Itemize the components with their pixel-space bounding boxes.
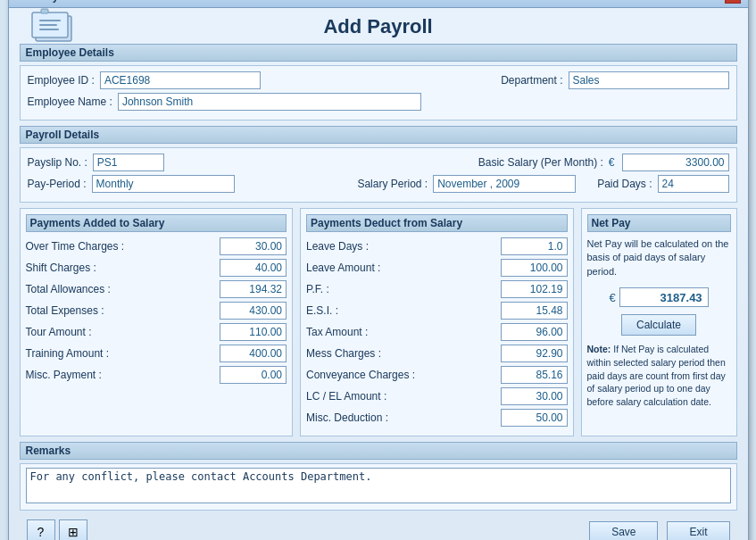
misc-deduction-input[interactable] — [501, 409, 568, 427]
net-pay-input[interactable] — [619, 287, 709, 307]
leave-days-label: Leave Days : — [306, 240, 501, 253]
employee-id-label: Employee ID : — [28, 74, 95, 87]
expenses-input[interactable] — [220, 302, 287, 320]
svg-rect-3 — [39, 24, 57, 26]
payments-deduct-header: Payments Deduct from Salary — [306, 214, 568, 232]
pay-row-leave-amount: Leave Amount : — [306, 259, 568, 277]
net-pay-note: Note: If Net Pay is calculated within se… — [587, 343, 731, 408]
department-label: Department : — [501, 74, 562, 87]
pay-row-conveyance: Conveyance Charges : — [306, 366, 568, 384]
payments-section: Payments Added to Salary Over Time Charg… — [20, 208, 737, 436]
pay-row-leave-days: Leave Days : — [306, 237, 568, 255]
svg-rect-2 — [39, 20, 61, 21]
allowances-label: Total Allowances : — [26, 283, 220, 295]
payroll-icon — [29, 7, 82, 47]
pay-row-pf: P.F. : — [306, 280, 568, 298]
title-bar: Add Payroll ✕ — [9, 0, 748, 8]
close-button[interactable]: ✕ — [725, 0, 741, 4]
payments-added-col: Payments Added to Salary Over Time Charg… — [20, 208, 294, 436]
calculator-button[interactable]: ⊞ — [59, 519, 87, 540]
save-button[interactable]: Save — [589, 521, 658, 540]
pay-period-label: Pay-Period : — [28, 178, 87, 190]
note-bold: Note: — [587, 344, 611, 354]
expenses-label: Total Expenses : — [26, 304, 220, 317]
pay-row-expenses: Total Expenses : — [26, 302, 287, 320]
payslip-input[interactable] — [93, 154, 164, 171]
payslip-label: Payslip No. : — [28, 156, 87, 169]
mess-label: Mess Charges : — [306, 347, 501, 360]
pay-row-allowances: Total Allowances : — [26, 280, 287, 298]
esi-input[interactable] — [501, 302, 568, 320]
pay-row-lc: LC / EL Amount : — [306, 387, 568, 405]
leave-amount-label: Leave Amount : — [306, 262, 501, 274]
pf-input[interactable] — [501, 280, 568, 298]
shift-input[interactable] — [220, 259, 287, 277]
header-area: Add Payroll — [20, 15, 737, 38]
training-input[interactable] — [220, 345, 287, 362]
svg-rect-5 — [41, 9, 48, 13]
allowances-input[interactable] — [220, 280, 287, 298]
calc-icon: ⊞ — [68, 525, 79, 539]
pay-row-shift: Shift Charges : — [26, 259, 287, 277]
net-pay-description: Net Pay will be calculated on the basis … — [587, 237, 731, 278]
net-pay-amount-row: € — [587, 287, 731, 307]
employee-name-label: Employee Name : — [28, 96, 112, 108]
net-pay-currency: € — [609, 291, 615, 304]
employee-section-header: Employee Details — [20, 44, 737, 62]
help-icon: ? — [37, 525, 45, 539]
tour-label: Tour Amount : — [26, 326, 220, 338]
misc-payment-input[interactable] — [220, 366, 287, 384]
main-window: Add Payroll ✕ Add Payroll Employee Detai… — [8, 0, 749, 540]
conveyance-input[interactable] — [501, 366, 568, 384]
calculate-button[interactable]: Calculate — [621, 314, 696, 336]
pay-row-tour: Tour Amount : — [26, 323, 287, 341]
remarks-section-header: Remarks — [20, 442, 737, 460]
esi-label: E.S.I. : — [306, 304, 501, 317]
conveyance-label: Conveyance Charges : — [306, 369, 501, 381]
leave-days-input[interactable] — [501, 237, 568, 255]
tax-label: Tax Amount : — [306, 326, 501, 338]
employee-id-input[interactable] — [100, 71, 261, 89]
lc-label: LC / EL Amount : — [306, 390, 501, 403]
employee-name-row: Employee Name : — [28, 93, 729, 111]
employee-name-input[interactable] — [118, 93, 421, 111]
tax-input[interactable] — [501, 323, 568, 341]
leave-amount-input[interactable] — [501, 259, 568, 277]
paid-days-input[interactable] — [658, 175, 729, 193]
pay-row-mess: Mess Charges : — [306, 345, 568, 362]
title-bar-text: Add Payroll — [16, 0, 76, 3]
footer-buttons: Save Exit — [589, 521, 729, 540]
mess-input[interactable] — [501, 345, 568, 362]
pay-period-input[interactable] — [92, 175, 235, 193]
overtime-label: Over Time Charges : — [26, 240, 220, 253]
misc-payment-label: Misc. Payment : — [26, 369, 220, 381]
basic-salary-label: Basic Salary (Per Month) : — [478, 156, 603, 169]
basic-salary-input[interactable] — [622, 154, 729, 171]
payments-deduct-col: Payments Deduct from Salary Leave Days :… — [300, 208, 574, 436]
page-title: Add Payroll — [323, 15, 432, 38]
remarks-section: For any conflict, please contact Account… — [20, 463, 737, 511]
net-pay-header: Net Pay — [587, 214, 731, 232]
pay-row-misc-deduction: Misc. Deduction : — [306, 409, 568, 427]
remarks-textarea[interactable]: For any conflict, please contact Account… — [26, 468, 731, 503]
help-button[interactable]: ? — [27, 519, 55, 540]
employee-id-row: Employee ID : Department : — [28, 71, 729, 89]
tour-input[interactable] — [220, 323, 287, 341]
shift-label: Shift Charges : — [26, 262, 220, 274]
pay-row-misc-payment: Misc. Payment : — [26, 366, 287, 384]
salary-period-input[interactable] — [433, 175, 576, 193]
pay-row-esi: E.S.I. : — [306, 302, 568, 320]
payslip-row: Payslip No. : Basic Salary (Per Month) :… — [28, 154, 729, 171]
payroll-section-header: Payroll Details — [20, 126, 737, 144]
pay-period-row: Pay-Period : Salary Period : Paid Days : — [28, 175, 729, 193]
pf-label: P.F. : — [306, 283, 501, 295]
pay-row-overtime: Over Time Charges : — [26, 237, 287, 255]
footer: ? ⊞ Save Exit — [20, 516, 737, 540]
department-input[interactable] — [569, 71, 729, 89]
exit-button[interactable]: Exit — [667, 521, 729, 540]
footer-icons: ? ⊞ — [27, 519, 87, 540]
lc-input[interactable] — [501, 387, 568, 405]
payroll-details-section: Payslip No. : Basic Salary (Per Month) :… — [20, 147, 737, 203]
training-label: Training Amount : — [26, 347, 220, 360]
overtime-input[interactable] — [220, 237, 287, 255]
